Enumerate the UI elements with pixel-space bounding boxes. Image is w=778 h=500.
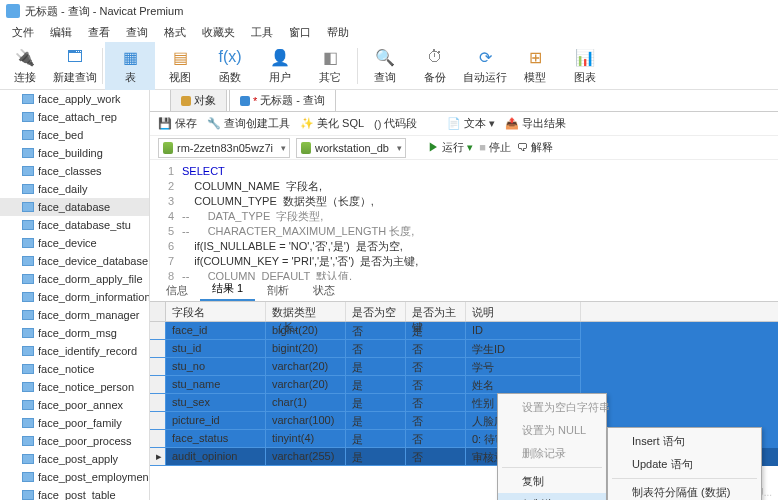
新建查询-icon: 🗔 <box>64 46 86 68</box>
snippet-button[interactable]: () 代码段 <box>374 116 417 131</box>
table-icon <box>22 472 34 482</box>
tab-query[interactable]: *无标题 - 查询 <box>229 90 336 111</box>
menu-窗口[interactable]: 窗口 <box>283 23 317 42</box>
table-row[interactable]: face_idbigint(20)否是ID <box>150 322 778 340</box>
table-icon <box>22 382 34 392</box>
table-face_attach_rep[interactable]: face_attach_rep <box>0 108 149 126</box>
beautify-sql-button[interactable]: ✨ 美化 SQL <box>300 116 364 131</box>
menu-文件[interactable]: 文件 <box>6 23 40 42</box>
menu-查询[interactable]: 查询 <box>120 23 154 42</box>
export-button[interactable]: 📤 导出结果 <box>505 116 566 131</box>
table-row[interactable]: stu_novarchar(20)是否学号 <box>150 358 778 376</box>
table-icon <box>22 94 34 104</box>
query-builder-button[interactable]: 🔧 查询创建工具 <box>207 116 290 131</box>
table-list-sidebar[interactable]: face_apply_workface_attach_repface_bedfa… <box>0 90 150 500</box>
toolbar-其它[interactable]: ◧其它 <box>305 42 355 90</box>
table-icon <box>22 130 34 140</box>
toolbar-表[interactable]: ▦表 <box>105 42 155 90</box>
result-tab-状态[interactable]: 状态 <box>301 280 347 301</box>
stop-button: ■ 停止 <box>479 140 511 155</box>
toolbar-自动运行[interactable]: ⟳自动运行 <box>460 42 510 90</box>
模型-icon: ⊞ <box>524 46 546 68</box>
menu-格式[interactable]: 格式 <box>158 23 192 42</box>
toolbar-备份[interactable]: ⏱备份 <box>410 42 460 90</box>
connection-row: rm-2zetn83n05wz7i workstation_db ▶ 运行 ▾ … <box>150 136 778 160</box>
result-tab-信息[interactable]: 信息 <box>154 280 200 301</box>
menu-收藏夹[interactable]: 收藏夹 <box>196 23 241 42</box>
table-face_post_employmen[interactable]: face_post_employmen <box>0 468 149 486</box>
table-face_device_database[interactable]: face_device_database <box>0 252 149 270</box>
连接-icon: 🔌 <box>14 46 36 68</box>
table-face_dorm_apply_file[interactable]: face_dorm_apply_file <box>0 270 149 288</box>
table-face_apply_work[interactable]: face_apply_work <box>0 90 149 108</box>
table-face_notice_person[interactable]: face_notice_person <box>0 378 149 396</box>
toolbar-新建查询[interactable]: 🗔新建查询 <box>50 42 100 90</box>
menu-item: 设置为 NULL <box>498 419 606 442</box>
context-menu[interactable]: 设置为空白字符串设置为 NULL删除记录复制复制为粘贴显示 <box>497 393 607 500</box>
table-face_post_table[interactable]: face_post_table <box>0 486 149 500</box>
run-button[interactable]: ▶ 运行 ▾ <box>428 140 473 155</box>
table-face_dorm_information[interactable]: face_dorm_information <box>0 288 149 306</box>
table-icon <box>22 148 34 158</box>
window-title: 无标题 - 查询 - Navicat Premium <box>25 4 183 19</box>
table-icon <box>22 454 34 464</box>
toolbar-模型[interactable]: ⊞模型 <box>510 42 560 90</box>
table-icon <box>22 292 34 302</box>
sql-editor[interactable]: 1SELECT2 COLUMN_NAME 字段名,3 COLUMN_TYPE 数… <box>150 160 778 280</box>
table-face_poor_process[interactable]: face_poor_process <box>0 432 149 450</box>
table-face_daily[interactable]: face_daily <box>0 180 149 198</box>
table-face_building[interactable]: face_building <box>0 144 149 162</box>
table-face_dorm_msg[interactable]: face_dorm_msg <box>0 324 149 342</box>
menu-item[interactable]: 复制为 <box>498 493 606 500</box>
menu-帮助[interactable]: 帮助 <box>321 23 355 42</box>
toolbar-连接[interactable]: 🔌连接 <box>0 42 50 90</box>
图表-icon: 📊 <box>574 46 596 68</box>
table-face_device[interactable]: face_device <box>0 234 149 252</box>
table-row[interactable]: stu_namevarchar(20)是否姓名 <box>150 376 778 394</box>
database-dropdown[interactable]: workstation_db <box>296 138 406 158</box>
table-face_poor_family[interactable]: face_poor_family <box>0 414 149 432</box>
table-face_identify_record[interactable]: face_identify_record <box>0 342 149 360</box>
toolbar-查询[interactable]: 🔍查询 <box>360 42 410 90</box>
查询-icon: 🔍 <box>374 46 396 68</box>
table-face_classes[interactable]: face_classes <box>0 162 149 180</box>
用户-icon: 👤 <box>269 46 291 68</box>
toolbar-函数[interactable]: f(x)函数 <box>205 42 255 90</box>
table-row[interactable]: stu_sexchar(1)是否性别 <box>150 394 778 412</box>
menu-item[interactable]: Update 语句 <box>608 453 761 476</box>
menu-item[interactable]: 制表符分隔值 (数据) <box>608 481 761 500</box>
menu-查看[interactable]: 查看 <box>82 23 116 42</box>
table-face_notice[interactable]: face_notice <box>0 360 149 378</box>
result-tab-剖析[interactable]: 剖析 <box>255 280 301 301</box>
menu-编辑[interactable]: 编辑 <box>44 23 78 42</box>
table-face_poor_annex[interactable]: face_poor_annex <box>0 396 149 414</box>
menu-item[interactable]: 复制 <box>498 470 606 493</box>
table-icon <box>22 400 34 410</box>
menu-item[interactable]: Insert 语句 <box>608 430 761 453</box>
table-face_dorm_manager[interactable]: face_dorm_manager <box>0 306 149 324</box>
table-face_bed[interactable]: face_bed <box>0 126 149 144</box>
tab-objects[interactable]: 对象 <box>170 90 227 111</box>
table-icon <box>22 184 34 194</box>
table-icon <box>22 256 34 266</box>
toolbar-图表[interactable]: 📊图表 <box>560 42 610 90</box>
context-submenu-copy-as[interactable]: Insert 语句Update 语句制表符分隔值 (数据)制表符分隔值 (字段名… <box>607 427 762 500</box>
toolbar-用户[interactable]: 👤用户 <box>255 42 305 90</box>
表-icon: ▦ <box>119 46 141 68</box>
result-tab-结果 1[interactable]: 结果 1 <box>200 278 255 301</box>
table-icon <box>22 328 34 338</box>
table-icon <box>22 238 34 248</box>
server-dropdown[interactable]: rm-2zetn83n05wz7i <box>158 138 290 158</box>
table-face_database_stu[interactable]: face_database_stu <box>0 216 149 234</box>
table-icon <box>22 418 34 428</box>
table-icon <box>22 346 34 356</box>
save-button[interactable]: 💾 保存 <box>158 116 197 131</box>
table-face_database[interactable]: face_database <box>0 198 149 216</box>
table-icon <box>22 166 34 176</box>
explain-button[interactable]: 🗨 解释 <box>517 140 553 155</box>
table-row[interactable]: stu_idbigint(20)否否学生ID <box>150 340 778 358</box>
menu-工具[interactable]: 工具 <box>245 23 279 42</box>
table-face_post_apply[interactable]: face_post_apply <box>0 450 149 468</box>
text-button[interactable]: 📄 文本 ▾ <box>447 116 495 131</box>
toolbar-视图[interactable]: ▤视图 <box>155 42 205 90</box>
